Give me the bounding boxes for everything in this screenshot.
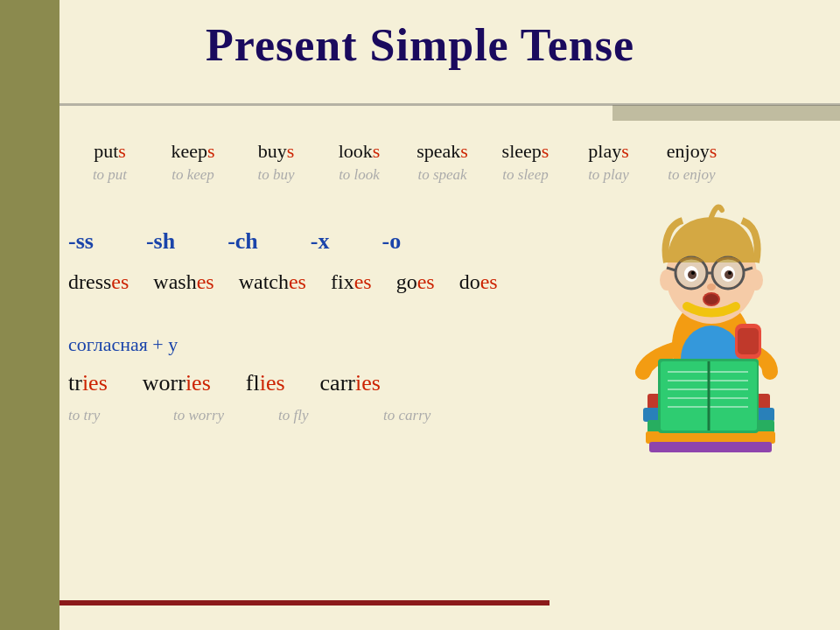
word-washes: washes xyxy=(153,270,214,294)
verb-col-keeps: keeps to keep xyxy=(151,140,234,185)
svg-point-36 xyxy=(704,294,718,304)
inf-worry: to worry xyxy=(173,407,243,424)
verb-col-sleeps: sleeps to sleep xyxy=(484,140,567,185)
verb-col-speaks: speaks to speak xyxy=(401,140,484,185)
word-carries: carries xyxy=(320,370,381,396)
svg-rect-3 xyxy=(646,431,775,444)
page-title: Present Simple Tense xyxy=(0,0,840,80)
character-illustration xyxy=(595,122,822,455)
svg-point-33 xyxy=(728,271,732,275)
suffix-ss: -ss xyxy=(68,228,94,255)
inf-sleep: to sleep xyxy=(502,166,548,184)
word-tries: tries xyxy=(68,370,108,396)
svg-rect-40 xyxy=(738,328,759,354)
suffix-o: -o xyxy=(382,228,402,255)
character-svg xyxy=(595,122,822,455)
verb-col-buys: buys to buy xyxy=(234,140,318,185)
svg-point-32 xyxy=(691,271,695,275)
inf-carry: to carry xyxy=(383,407,453,424)
word-flies: flies xyxy=(246,370,285,396)
inf-fly: to fly xyxy=(278,407,348,424)
inf-put: to put xyxy=(93,166,127,184)
svg-rect-4 xyxy=(649,442,772,452)
title-divider xyxy=(60,103,840,106)
verb-keeps: keeps xyxy=(171,140,214,163)
suffix-ch: -ch xyxy=(228,228,258,255)
word-worries: worries xyxy=(143,370,211,396)
suffix-sh: -sh xyxy=(146,228,175,255)
inf-try: to try xyxy=(68,407,138,424)
verb-col-looks: looks to look xyxy=(318,140,401,185)
bottom-accent-bar xyxy=(60,600,550,606)
verb-speaks: speaks xyxy=(416,140,468,163)
inf-look: to look xyxy=(339,166,380,184)
verb-looks: looks xyxy=(339,140,381,163)
suffix-x: -x xyxy=(311,228,330,255)
verb-buys: buys xyxy=(258,140,295,163)
word-dresses: dresses xyxy=(68,270,129,294)
svg-point-34 xyxy=(707,284,716,290)
word-does: does xyxy=(459,270,498,294)
verb-puts: puts xyxy=(94,140,126,163)
verb-col-puts: puts to put xyxy=(68,140,151,185)
word-fixes: fixes xyxy=(331,270,372,294)
inf-speak: to speak xyxy=(417,166,466,184)
word-watches: watches xyxy=(239,270,306,294)
inf-keep: to keep xyxy=(172,166,214,184)
verb-sleeps: sleeps xyxy=(502,140,550,163)
svg-point-38 xyxy=(749,270,763,290)
svg-point-37 xyxy=(660,270,674,290)
word-goes: goes xyxy=(396,270,435,294)
inf-buy: to buy xyxy=(257,166,294,184)
left-accent-bar xyxy=(0,0,60,630)
